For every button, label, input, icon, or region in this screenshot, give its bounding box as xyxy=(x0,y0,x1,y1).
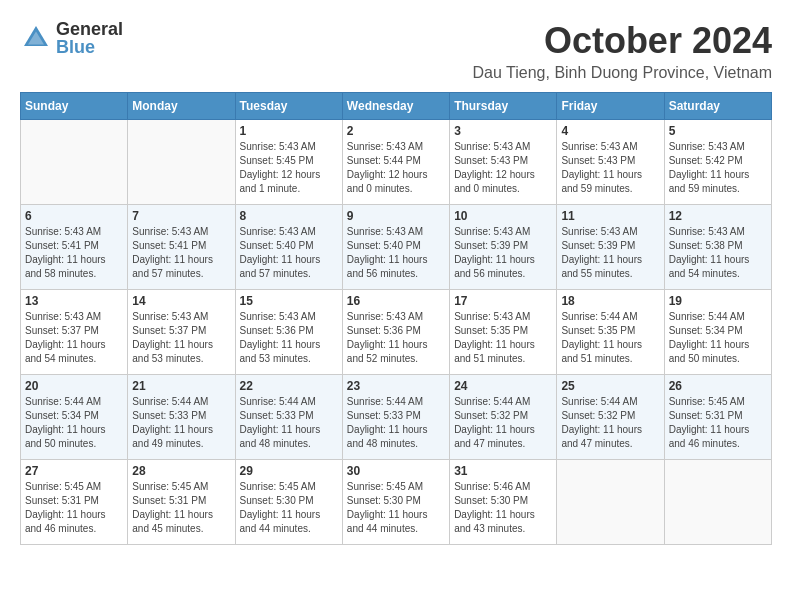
day-info: Sunrise: 5:43 AMSunset: 5:40 PMDaylight:… xyxy=(347,225,445,281)
calendar-cell: 3Sunrise: 5:43 AMSunset: 5:43 PMDaylight… xyxy=(450,120,557,205)
calendar-cell: 18Sunrise: 5:44 AMSunset: 5:35 PMDayligh… xyxy=(557,290,664,375)
day-number: 7 xyxy=(132,209,230,223)
day-number: 15 xyxy=(240,294,338,308)
calendar-cell: 26Sunrise: 5:45 AMSunset: 5:31 PMDayligh… xyxy=(664,375,771,460)
day-info: Sunrise: 5:44 AMSunset: 5:34 PMDaylight:… xyxy=(669,310,767,366)
day-info: Sunrise: 5:45 AMSunset: 5:31 PMDaylight:… xyxy=(132,480,230,536)
calendar-table: SundayMondayTuesdayWednesdayThursdayFrid… xyxy=(20,92,772,545)
day-info: Sunrise: 5:44 AMSunset: 5:33 PMDaylight:… xyxy=(347,395,445,451)
day-number: 2 xyxy=(347,124,445,138)
day-number: 1 xyxy=(240,124,338,138)
page-header: General Blue October 2024 Dau Tieng, Bin… xyxy=(20,20,772,82)
day-info: Sunrise: 5:43 AMSunset: 5:45 PMDaylight:… xyxy=(240,140,338,196)
day-number: 4 xyxy=(561,124,659,138)
day-info: Sunrise: 5:43 AMSunset: 5:42 PMDaylight:… xyxy=(669,140,767,196)
header-row: SundayMondayTuesdayWednesdayThursdayFrid… xyxy=(21,93,772,120)
day-info: Sunrise: 5:44 AMSunset: 5:33 PMDaylight:… xyxy=(132,395,230,451)
day-info: Sunrise: 5:43 AMSunset: 5:38 PMDaylight:… xyxy=(669,225,767,281)
day-info: Sunrise: 5:43 AMSunset: 5:41 PMDaylight:… xyxy=(25,225,123,281)
calendar-cell: 27Sunrise: 5:45 AMSunset: 5:31 PMDayligh… xyxy=(21,460,128,545)
day-number: 28 xyxy=(132,464,230,478)
location-title: Dau Tieng, Binh Duong Province, Vietnam xyxy=(473,64,772,82)
day-number: 31 xyxy=(454,464,552,478)
day-number: 14 xyxy=(132,294,230,308)
calendar-cell: 9Sunrise: 5:43 AMSunset: 5:40 PMDaylight… xyxy=(342,205,449,290)
logo-text: General Blue xyxy=(56,20,123,56)
day-number: 17 xyxy=(454,294,552,308)
day-number: 11 xyxy=(561,209,659,223)
day-number: 27 xyxy=(25,464,123,478)
calendar-cell: 28Sunrise: 5:45 AMSunset: 5:31 PMDayligh… xyxy=(128,460,235,545)
calendar-cell: 24Sunrise: 5:44 AMSunset: 5:32 PMDayligh… xyxy=(450,375,557,460)
calendar-cell: 8Sunrise: 5:43 AMSunset: 5:40 PMDaylight… xyxy=(235,205,342,290)
calendar-cell: 5Sunrise: 5:43 AMSunset: 5:42 PMDaylight… xyxy=(664,120,771,205)
day-number: 30 xyxy=(347,464,445,478)
calendar-body: 1Sunrise: 5:43 AMSunset: 5:45 PMDaylight… xyxy=(21,120,772,545)
calendar-cell xyxy=(664,460,771,545)
calendar-cell: 6Sunrise: 5:43 AMSunset: 5:41 PMDaylight… xyxy=(21,205,128,290)
calendar-cell xyxy=(128,120,235,205)
day-number: 6 xyxy=(25,209,123,223)
day-info: Sunrise: 5:43 AMSunset: 5:40 PMDaylight:… xyxy=(240,225,338,281)
day-number: 3 xyxy=(454,124,552,138)
calendar-cell: 13Sunrise: 5:43 AMSunset: 5:37 PMDayligh… xyxy=(21,290,128,375)
day-number: 22 xyxy=(240,379,338,393)
day-number: 21 xyxy=(132,379,230,393)
day-number: 12 xyxy=(669,209,767,223)
day-info: Sunrise: 5:44 AMSunset: 5:32 PMDaylight:… xyxy=(561,395,659,451)
day-info: Sunrise: 5:43 AMSunset: 5:37 PMDaylight:… xyxy=(132,310,230,366)
header-tuesday: Tuesday xyxy=(235,93,342,120)
day-info: Sunrise: 5:44 AMSunset: 5:32 PMDaylight:… xyxy=(454,395,552,451)
calendar-cell: 11Sunrise: 5:43 AMSunset: 5:39 PMDayligh… xyxy=(557,205,664,290)
logo-icon xyxy=(20,22,52,54)
logo-blue: Blue xyxy=(56,38,123,56)
calendar-cell: 14Sunrise: 5:43 AMSunset: 5:37 PMDayligh… xyxy=(128,290,235,375)
calendar-cell: 29Sunrise: 5:45 AMSunset: 5:30 PMDayligh… xyxy=(235,460,342,545)
calendar-week-2: 6Sunrise: 5:43 AMSunset: 5:41 PMDaylight… xyxy=(21,205,772,290)
calendar-week-4: 20Sunrise: 5:44 AMSunset: 5:34 PMDayligh… xyxy=(21,375,772,460)
day-info: Sunrise: 5:45 AMSunset: 5:31 PMDaylight:… xyxy=(669,395,767,451)
calendar-cell: 12Sunrise: 5:43 AMSunset: 5:38 PMDayligh… xyxy=(664,205,771,290)
day-number: 23 xyxy=(347,379,445,393)
logo: General Blue xyxy=(20,20,123,56)
calendar-cell: 15Sunrise: 5:43 AMSunset: 5:36 PMDayligh… xyxy=(235,290,342,375)
day-info: Sunrise: 5:43 AMSunset: 5:39 PMDaylight:… xyxy=(561,225,659,281)
day-info: Sunrise: 5:44 AMSunset: 5:34 PMDaylight:… xyxy=(25,395,123,451)
day-number: 5 xyxy=(669,124,767,138)
day-info: Sunrise: 5:45 AMSunset: 5:30 PMDaylight:… xyxy=(240,480,338,536)
title-section: October 2024 Dau Tieng, Binh Duong Provi… xyxy=(473,20,772,82)
calendar-cell: 1Sunrise: 5:43 AMSunset: 5:45 PMDaylight… xyxy=(235,120,342,205)
calendar-header: SundayMondayTuesdayWednesdayThursdayFrid… xyxy=(21,93,772,120)
day-number: 20 xyxy=(25,379,123,393)
day-info: Sunrise: 5:43 AMSunset: 5:44 PMDaylight:… xyxy=(347,140,445,196)
header-saturday: Saturday xyxy=(664,93,771,120)
logo-general: General xyxy=(56,20,123,38)
day-number: 19 xyxy=(669,294,767,308)
calendar-cell xyxy=(557,460,664,545)
calendar-cell: 22Sunrise: 5:44 AMSunset: 5:33 PMDayligh… xyxy=(235,375,342,460)
header-thursday: Thursday xyxy=(450,93,557,120)
day-number: 9 xyxy=(347,209,445,223)
calendar-cell: 31Sunrise: 5:46 AMSunset: 5:30 PMDayligh… xyxy=(450,460,557,545)
calendar-week-3: 13Sunrise: 5:43 AMSunset: 5:37 PMDayligh… xyxy=(21,290,772,375)
day-number: 25 xyxy=(561,379,659,393)
header-friday: Friday xyxy=(557,93,664,120)
calendar-cell: 30Sunrise: 5:45 AMSunset: 5:30 PMDayligh… xyxy=(342,460,449,545)
calendar-cell: 21Sunrise: 5:44 AMSunset: 5:33 PMDayligh… xyxy=(128,375,235,460)
calendar-cell: 2Sunrise: 5:43 AMSunset: 5:44 PMDaylight… xyxy=(342,120,449,205)
calendar-cell xyxy=(21,120,128,205)
header-sunday: Sunday xyxy=(21,93,128,120)
day-info: Sunrise: 5:45 AMSunset: 5:31 PMDaylight:… xyxy=(25,480,123,536)
day-number: 24 xyxy=(454,379,552,393)
day-number: 10 xyxy=(454,209,552,223)
calendar-cell: 20Sunrise: 5:44 AMSunset: 5:34 PMDayligh… xyxy=(21,375,128,460)
day-info: Sunrise: 5:43 AMSunset: 5:43 PMDaylight:… xyxy=(561,140,659,196)
calendar-cell: 4Sunrise: 5:43 AMSunset: 5:43 PMDaylight… xyxy=(557,120,664,205)
calendar-cell: 10Sunrise: 5:43 AMSunset: 5:39 PMDayligh… xyxy=(450,205,557,290)
day-info: Sunrise: 5:43 AMSunset: 5:43 PMDaylight:… xyxy=(454,140,552,196)
calendar-cell: 16Sunrise: 5:43 AMSunset: 5:36 PMDayligh… xyxy=(342,290,449,375)
day-info: Sunrise: 5:43 AMSunset: 5:36 PMDaylight:… xyxy=(347,310,445,366)
day-number: 16 xyxy=(347,294,445,308)
header-monday: Monday xyxy=(128,93,235,120)
calendar-cell: 19Sunrise: 5:44 AMSunset: 5:34 PMDayligh… xyxy=(664,290,771,375)
